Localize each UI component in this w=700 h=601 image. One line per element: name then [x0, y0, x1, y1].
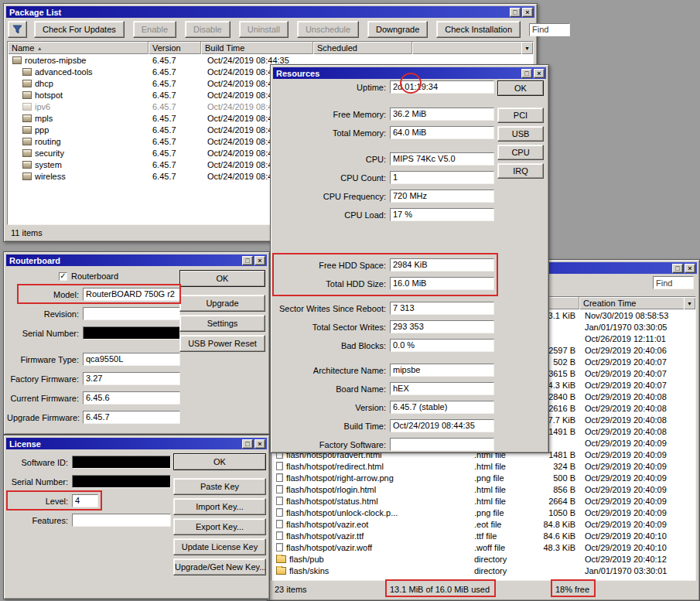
- license-field-serial-number: [72, 475, 171, 488]
- find-input[interactable]: [653, 276, 694, 289]
- column-header-version[interactable]: Version: [149, 42, 201, 54]
- file-creation-time: Oct/29/2019 20:40:06: [579, 346, 695, 355]
- upgrade-button[interactable]: Upgrade: [179, 295, 265, 312]
- package-icon: [22, 172, 32, 180]
- sort-ascending-icon: ▴: [38, 45, 41, 52]
- file-name: flash/hotspot/vazir.eot: [286, 520, 368, 529]
- file-creation-time: Oct/29/2019 20:40:09: [579, 473, 695, 483]
- file-size: 48.3 KiB: [534, 543, 579, 552]
- package-table-header: Name ▴ Version Build Time Scheduled ▼: [8, 42, 533, 54]
- file-creation-time: Oct/29/2019 20:40:12: [579, 555, 695, 564]
- license-buttons: OKPaste KeyImport Key...Export Key...Upd…: [173, 453, 266, 575]
- file-row[interactable]: flash/hotspot/rlogin.html.html file856 B…: [271, 483, 695, 495]
- file-creation-time: Oct/29/2019 20:40:09: [579, 508, 695, 517]
- column-header-scheduled[interactable]: Scheduled: [313, 42, 412, 54]
- maximize-button[interactable]: □: [510, 8, 521, 17]
- resources-field-free-hdd-space: 2984 KiB: [390, 258, 494, 271]
- file-creation-time: Oct/29/2019 20:40:09: [579, 497, 695, 506]
- field-label: CPU:: [275, 155, 390, 164]
- file-row[interactable]: flash/hotspot/vazir.ttf.ttf file84.6 KiB…: [271, 530, 695, 541]
- file-row[interactable]: flash/hotspot/vazir.eot.eot file84.8 KiB…: [271, 518, 695, 530]
- resources-field-build-time: Oct/24/2019 08:44:35: [390, 419, 494, 432]
- column-select-button[interactable]: ▼: [521, 42, 533, 54]
- close-button[interactable]: ×: [522, 8, 533, 17]
- toolbar-button-check-for-updates[interactable]: Check For Updates: [34, 21, 125, 38]
- disk-free-status: 18% free: [555, 585, 589, 594]
- cpu-button[interactable]: CPU: [497, 145, 544, 160]
- file-creation-time: Oct/26/2019 12:11:01: [579, 334, 695, 343]
- export-key-button[interactable]: Export Key...: [173, 518, 266, 535]
- irq-button[interactable]: IRQ: [497, 163, 544, 179]
- usb-button[interactable]: USB: [497, 126, 544, 142]
- routerboard-field-revision: [83, 307, 180, 320]
- toolbar-button-downgrade[interactable]: Downgrade: [367, 21, 428, 38]
- maximize-button[interactable]: □: [242, 256, 253, 265]
- resources-titlebar[interactable]: Resources □ ×: [273, 67, 546, 79]
- file-row[interactable]: flash/hotspot/status.html.html file2664 …: [271, 495, 695, 507]
- folder-icon: [276, 567, 286, 575]
- usb-power-reset-button[interactable]: USB Power Reset: [179, 335, 265, 352]
- ok-button[interactable]: OK: [173, 453, 266, 470]
- ok-button[interactable]: OK: [497, 80, 544, 96]
- file-type: .html file: [474, 497, 534, 506]
- pci-button[interactable]: PCI: [497, 108, 544, 123]
- toolbar-button-check-installation[interactable]: Check Installation: [436, 21, 521, 38]
- file-name: flash/skins: [289, 566, 329, 575]
- paste-key-button[interactable]: Paste Key: [173, 478, 266, 495]
- file-row[interactable]: flash/hotspot/vazir.woff.woff file48.3 K…: [271, 541, 695, 553]
- close-button[interactable]: ×: [685, 264, 695, 273]
- file-icon: [276, 520, 283, 528]
- ok-button[interactable]: OK: [179, 270, 265, 287]
- toolbar-button-disable: Disable: [185, 21, 230, 38]
- maximize-button[interactable]: □: [672, 264, 683, 273]
- window-title: Routerboard: [9, 256, 241, 265]
- close-button[interactable]: ×: [534, 69, 545, 78]
- field-label: Total HDD Size:: [275, 279, 390, 289]
- package-list-titlebar[interactable]: Package List □ ×: [6, 6, 534, 18]
- file-row[interactable]: flash/hotspot/right-arrow.png.png file50…: [271, 472, 695, 483]
- package-version: 6.45.7: [149, 102, 201, 111]
- field-label: Software ID:: [7, 458, 72, 467]
- routerboard-field-firmware-type: qca9550L: [83, 353, 180, 366]
- file-row[interactable]: flash/skinsdirectoryJan/01/1970 03:30:01: [271, 565, 695, 576]
- package-name: hotspot: [35, 90, 63, 100]
- file-row[interactable]: flash/pubdirectoryOct/29/2019 20:40:12: [271, 553, 695, 565]
- maximize-button[interactable]: □: [521, 69, 532, 78]
- resources-field-total-sector-writes: 293 353: [390, 320, 494, 333]
- routerboard-titlebar[interactable]: Routerboard □ ×: [6, 254, 267, 266]
- column-header-creation-time[interactable]: Creation Time: [579, 297, 684, 309]
- find-input[interactable]: [529, 23, 570, 36]
- file-creation-time: Oct/29/2019 20:40:08: [579, 427, 695, 436]
- toolbar-button-uninstall: Uninstall: [239, 21, 289, 38]
- file-row[interactable]: flash/hotspot/redirect.html.html file324…: [271, 460, 695, 472]
- routerboard-fields: Model:RouterBOARD 750G r2Revision:Serial…: [7, 288, 180, 424]
- close-button[interactable]: ×: [254, 256, 265, 265]
- file-row[interactable]: flash/hotspot/unlock-clock.p....png file…: [271, 507, 695, 518]
- license-window: License □ × Software ID:Serial Number:Le…: [3, 435, 270, 599]
- column-header-build-time[interactable]: Build Time: [201, 42, 313, 54]
- column-select-button[interactable]: ▼: [684, 297, 695, 309]
- package-name: routing: [35, 137, 61, 146]
- package-icon: [22, 126, 32, 134]
- license-titlebar[interactable]: License □ ×: [6, 438, 267, 449]
- resources-field-version: 6.45.7 (stable): [390, 401, 494, 414]
- package-icon: [22, 103, 32, 111]
- column-header-name[interactable]: Name ▴: [8, 42, 149, 54]
- file-size: 84.6 KiB: [534, 531, 579, 541]
- maximize-button[interactable]: □: [242, 439, 253, 449]
- resources-field-sector-writes-since-reboot: 7 313: [390, 302, 494, 315]
- resources-field-total-memory: 64.0 MiB: [390, 126, 494, 139]
- upgrade-get-new-key-button[interactable]: Upgrade/Get New Key...: [173, 558, 266, 575]
- package-icon: [22, 149, 32, 157]
- update-license-key-button[interactable]: Update License Key: [173, 538, 266, 555]
- filter-button[interactable]: [8, 21, 27, 38]
- settings-button[interactable]: Settings: [179, 315, 265, 332]
- package-icon: [22, 114, 32, 122]
- field-label: Upgrade Firmware:: [7, 413, 83, 422]
- import-key-button[interactable]: Import Key...: [173, 498, 266, 515]
- close-button[interactable]: ×: [254, 439, 265, 449]
- file-name: flash/hotspot/vazir.ttf: [286, 531, 364, 541]
- routerboard-checkbox[interactable]: ✓: [59, 272, 67, 281]
- package-icon: [22, 68, 32, 76]
- package-name: wireless: [35, 172, 66, 181]
